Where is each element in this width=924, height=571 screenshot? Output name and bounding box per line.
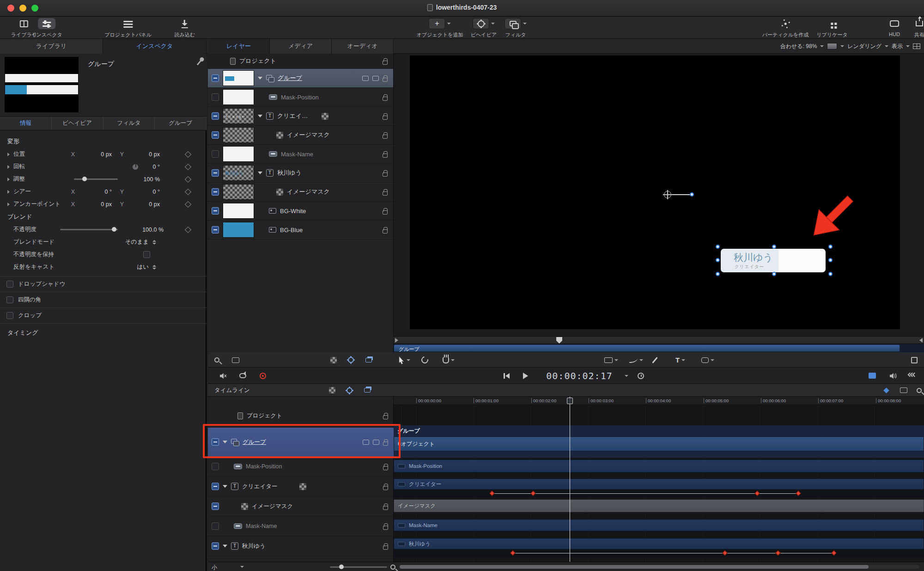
- timeline-row-akikawa[interactable]: 秋川ゆう: [208, 536, 394, 556]
- lock-icon[interactable]: [383, 78, 388, 82]
- track-image-mask[interactable]: イメージマスク: [394, 497, 924, 517]
- track-group[interactable]: グループ 6オブジェクト: [394, 425, 924, 458]
- keyframe-diamond-icon[interactable]: [185, 151, 191, 157]
- replicator-button[interactable]: リプリケータ: [816, 18, 847, 38]
- activation-checkbox[interactable]: [212, 188, 219, 196]
- popup-stepper-icon[interactable]: [152, 240, 156, 245]
- lock-icon[interactable]: [383, 172, 388, 177]
- timeline-panel-icon[interactable]: [869, 368, 876, 384]
- view-dropdown[interactable]: 表示: [892, 43, 903, 50]
- keyframe-diamond-icon[interactable]: [185, 188, 191, 195]
- out-point-marker[interactable]: [919, 338, 923, 343]
- lock-icon[interactable]: [383, 526, 388, 530]
- timeline-ruler[interactable]: 00:00:00:00 00:00:01:00 00:00:02:00 00:0…: [394, 397, 924, 405]
- activation-checkbox[interactable]: [212, 169, 219, 177]
- isolate-icon[interactable]: [362, 76, 369, 81]
- add-object-button[interactable]: オブジェクトを追加: [417, 18, 463, 38]
- disclosure-triangle[interactable]: [258, 172, 262, 174]
- disclosure-triangle[interactable]: [223, 485, 227, 488]
- timecode-display[interactable]: 00:00:02:17: [538, 368, 621, 384]
- lock-icon[interactable]: [383, 116, 388, 120]
- layer-row-bg-blue[interactable]: BG-Blue: [208, 221, 393, 239]
- layer-name[interactable]: Mask-Position: [281, 94, 319, 101]
- timecode-chevron-icon[interactable]: [625, 368, 628, 384]
- timeline-scrollbar[interactable]: [400, 565, 919, 569]
- rendering-dropdown[interactable]: レンダリング: [847, 43, 881, 50]
- text-tool[interactable]: [675, 352, 685, 368]
- drop-shadow-checkbox[interactable]: [6, 281, 13, 288]
- timeline-row-mask-position[interactable]: Mask-Position: [208, 457, 394, 477]
- layer-row-image-mask-2[interactable]: イメージマスク: [208, 183, 393, 202]
- tab-inspector[interactable]: インスペクタ: [103, 39, 207, 54]
- disclosure-icon[interactable]: [7, 190, 10, 194]
- activation-checkbox[interactable]: [212, 93, 219, 101]
- scale-slider[interactable]: [74, 178, 118, 180]
- tab-filters[interactable]: フィルタ: [103, 117, 155, 130]
- zoom-plus-icon[interactable]: [390, 562, 395, 571]
- layer-row-mask-position[interactable]: Mask-Position: [208, 88, 393, 107]
- activation-checkbox[interactable]: [212, 112, 219, 120]
- activation-checkbox[interactable]: [212, 74, 219, 82]
- keyframe[interactable]: [530, 491, 535, 496]
- import-button[interactable]: 読み込む: [175, 18, 195, 38]
- lock-icon[interactable]: [383, 506, 388, 510]
- close-window-button[interactable]: [7, 5, 14, 12]
- paint-stroke-tool[interactable]: [654, 352, 656, 368]
- activation-checkbox[interactable]: [212, 463, 219, 470]
- channel-swatch[interactable]: [827, 43, 837, 49]
- tab-behaviors[interactable]: ビヘイビア: [52, 117, 103, 130]
- lock-icon[interactable]: [383, 153, 388, 158]
- activation-checkbox[interactable]: [212, 503, 219, 510]
- track-group-bar[interactable]: 6オブジェクト: [394, 436, 924, 451]
- playhead-marker[interactable]: [556, 337, 562, 344]
- layer-name[interactable]: イメージマスク: [287, 131, 330, 139]
- share-button[interactable]: 共有: [914, 18, 924, 38]
- activation-checkbox[interactable]: [212, 483, 219, 490]
- playhead-handle[interactable]: [567, 398, 573, 404]
- opacity-field[interactable]: 100.0 %: [131, 227, 164, 233]
- keyframe[interactable]: [754, 491, 760, 496]
- clock-icon[interactable]: [638, 368, 644, 384]
- canvas-stage[interactable]: 秋川ゆう クリエイター: [410, 55, 900, 329]
- activation-checkbox[interactable]: [212, 522, 219, 530]
- marker-icon[interactable]: [884, 384, 888, 397]
- inspector-button[interactable]: インスペクタ: [31, 18, 62, 38]
- activation-checkbox[interactable]: [212, 542, 219, 550]
- timeline-row-image-mask[interactable]: イメージマスク: [208, 497, 394, 516]
- layer-row-group[interactable]: グループ: [208, 69, 393, 88]
- scale-field[interactable]: 100 %: [131, 176, 160, 183]
- lock-icon[interactable]: [383, 210, 388, 215]
- solo-icon[interactable]: [372, 76, 379, 81]
- selection-handle[interactable]: [772, 245, 776, 249]
- selection-handle[interactable]: [772, 272, 776, 276]
- selection-handle[interactable]: [716, 245, 720, 249]
- scrollbar-thumb[interactable]: [400, 565, 869, 569]
- keyframe[interactable]: [796, 491, 801, 496]
- keyframe-diamond-icon[interactable]: [185, 176, 191, 182]
- cast-reflection-popup[interactable]: はい: [106, 263, 149, 271]
- keyframe[interactable]: [489, 491, 494, 496]
- rotation-field[interactable]: 0 °: [131, 164, 160, 170]
- track-size-popup[interactable]: 小: [212, 564, 217, 571]
- rectangle-tool[interactable]: [604, 352, 618, 368]
- filters-toggle-icon[interactable]: [364, 384, 371, 397]
- layer-name[interactable]: クリエイ…: [277, 112, 308, 120]
- film-icon[interactable]: [900, 384, 907, 397]
- disclosure-triangle[interactable]: [258, 115, 262, 117]
- expand-canvas-icon[interactable]: [911, 352, 918, 368]
- record-icon[interactable]: [260, 368, 266, 384]
- timeline-tracks[interactable]: 00:00:00:00 00:00:01:00 00:00:02:00 00:0…: [394, 397, 924, 562]
- lock-icon[interactable]: [383, 486, 388, 490]
- zoom-window-button[interactable]: [31, 5, 38, 12]
- lock-icon[interactable]: [383, 466, 388, 470]
- position-x-field[interactable]: 0 px: [83, 151, 112, 158]
- disclosure-icon[interactable]: [7, 203, 10, 206]
- pan-tool[interactable]: [443, 352, 455, 368]
- lock-icon[interactable]: [383, 61, 388, 65]
- keyframe-diamond-icon[interactable]: [185, 163, 191, 170]
- hud-button[interactable]: HUD: [889, 18, 900, 37]
- mute-icon[interactable]: [219, 368, 227, 384]
- layer-row-creator[interactable]: クリエイター クリエイ…: [208, 107, 393, 126]
- zoom-icon[interactable]: [917, 384, 922, 397]
- lower-third-object[interactable]: 秋川ゆう クリエイター: [721, 249, 826, 272]
